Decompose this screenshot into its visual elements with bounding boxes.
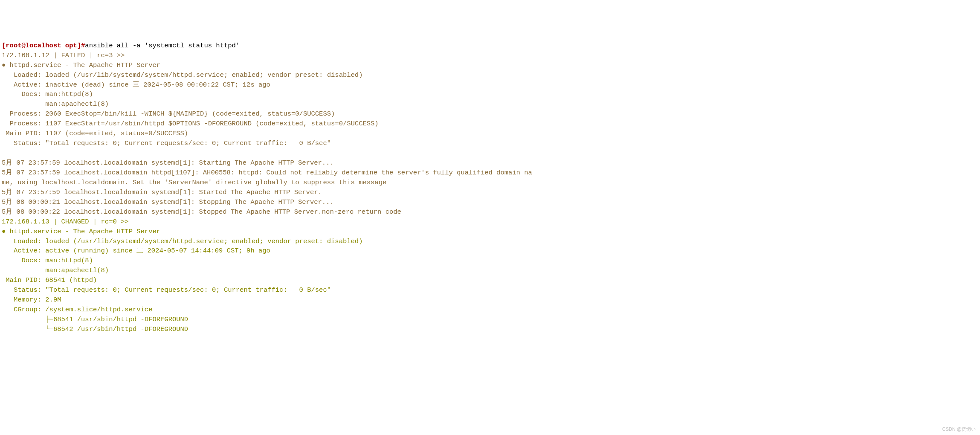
host2-memory: Memory: 2.9M — [2, 296, 61, 304]
host1-loaded: Loaded: loaded (/usr/lib/systemd/system/… — [2, 71, 362, 79]
host1-log-line: 5月 07 23:57:59 localhost.localdomain sys… — [2, 159, 334, 167]
host1-log-line: 5月 07 23:57:59 localhost.localdomain sys… — [2, 188, 322, 196]
host2-cgroup: CGroup: /system.slice/httpd.service — [2, 306, 152, 313]
host2-docs1: Docs: man:httpd(8) — [2, 257, 93, 264]
host2-loaded: Loaded: loaded (/usr/lib/systemd/system/… — [2, 238, 362, 245]
host1-log-line: 5月 08 00:00:22 localhost.localdomain sys… — [2, 208, 401, 216]
terminal-output: [root@localhost opt]#ansible all -a 'sys… — [2, 41, 978, 334]
host1-service-line: httpd.service - The Apache HTTP Server — [6, 61, 160, 69]
host2-active: Active: active (running) since 二 2024-05… — [2, 247, 270, 255]
host2-docs2: man:apachectl(8) — [2, 267, 109, 274]
host1-mainpid: Main PID: 1107 (code=exited, status=0/SU… — [2, 130, 188, 137]
host2-cgroup-child: └─68542 /usr/sbin/httpd -DFOREGROUND — [2, 325, 188, 333]
host1-log-line: me, using localhost.localdomain. Set the… — [2, 179, 386, 186]
host2-cgroup-child: ├─68541 /usr/sbin/httpd -DFOREGROUND — [2, 316, 188, 323]
host2-service-line: httpd.service - The Apache HTTP Server — [6, 228, 160, 235]
host1-log-line: 5月 08 00:00:21 localhost.localdomain sys… — [2, 198, 334, 206]
host1-docs2: man:apachectl(8) — [2, 100, 109, 108]
host1-status: Status: "Total requests: 0; Current requ… — [2, 139, 331, 147]
host1-proc1: Process: 2060 ExecStop=/bin/kill -WINCH … — [2, 110, 335, 118]
host1-active: Active: inactive (dead) since 三 2024-05-… — [2, 81, 270, 89]
shell-prompt: [root@localhost opt]# — [2, 42, 85, 49]
status-dot-icon: ● — [2, 61, 6, 69]
host2-status: Status: "Total requests: 0; Current requ… — [2, 286, 331, 294]
shell-command: ansible all -a 'systemctl status httpd' — [85, 42, 240, 49]
status-dot-icon: ● — [2, 228, 6, 235]
host2-header: 172.168.1.13 | CHANGED | rc=0 >> — [2, 218, 129, 226]
host1-proc2: Process: 1107 ExecStart=/usr/sbin/httpd … — [2, 120, 379, 128]
host1-log-line: 5月 07 23:57:59 localhost.localdomain htt… — [2, 169, 532, 177]
host1-header: 172.168.1.12 | FAILED | rc=3 >> — [2, 52, 125, 59]
host1-docs1: Docs: man:httpd(8) — [2, 90, 93, 98]
host2-mainpid: Main PID: 68541 (httpd) — [2, 276, 97, 284]
